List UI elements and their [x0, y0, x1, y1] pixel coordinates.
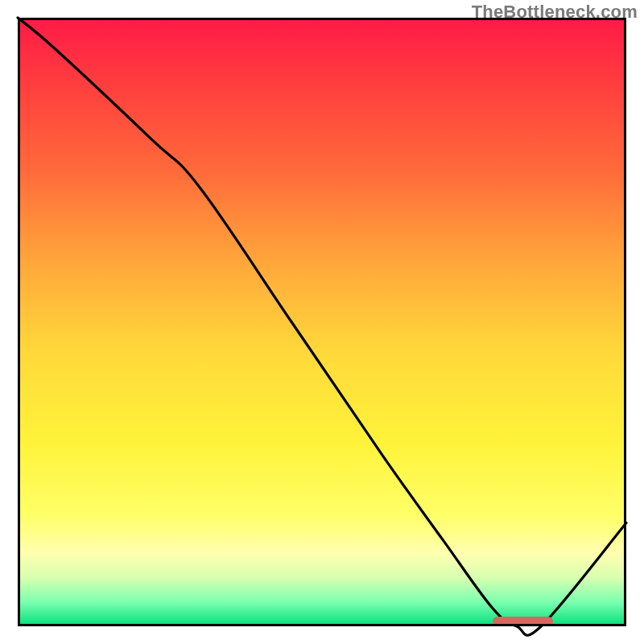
bottleneck-curve	[18, 18, 626, 626]
chart-frame-bottom	[18, 624, 626, 626]
chart-frame-top	[18, 18, 626, 20]
chart-frame-left	[18, 18, 20, 626]
chart-frame-right	[624, 18, 626, 626]
